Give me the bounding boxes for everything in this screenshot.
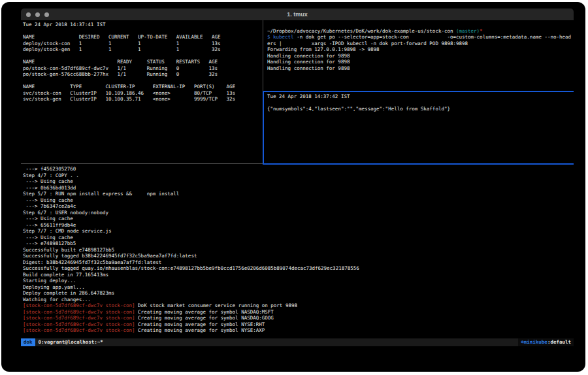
terminal-line: svc/stock-gen ClusterIP 10.100.35.71 <no… [23,96,263,103]
terminal-line: Step 6/7 : USER nobody:nobody [23,210,574,216]
terminal-line: ---> f45623052760 [23,166,574,172]
terminal-line: ---> 0b636bd013dd [23,185,574,191]
terminal-line: Step 5/7 : RUN npm install express && np… [23,191,574,197]
terminal-line: NAME READY STATUS RESTARTS AGE [23,59,263,65]
screenshot-frame: 1. tmux Tue 24 Apr 2018 14:37:41 IST NAM… [0,0,588,375]
kube-context-name: minikube [524,338,547,346]
kube-context-namespace: :default [547,338,571,346]
terminal-window: 1. tmux Tue 24 Apr 2018 14:37:41 IST NAM… [21,8,574,346]
terminal-line: po/stock-gen-576cc688bb-277hx 1/1 Runnin… [23,71,263,78]
terminal-line: ---> Using cache [23,197,574,204]
active-pane-divider-left[interactable] [263,91,264,164]
terminal-line: deploy/stock-con 1 1 1 1 13s [23,41,263,47]
terminal-line: Step 4/7 : COPY . . [23,172,574,179]
pane-curl-output[interactable]: Tue 24 Apr 2018 14:37:42 IST {"numsymbol… [265,92,576,163]
session-name-badge: dok [21,338,35,346]
terminal-line: [stock-con-5d7df689cf-dwc7v stock-con] C… [23,315,574,321]
window-titlebar: 1. tmux [21,8,574,20]
pane-divider-horizontal[interactable] [21,163,263,164]
terminal-line [23,28,263,35]
terminal-line: po/stock-con-5d7df689cf-dwc7v 1/1 Runnin… [23,65,263,72]
terminal-line: Successfully tagged quay.io/mhausenblas/… [23,265,574,272]
terminal-line: Deploying app.yaml... [23,284,574,291]
terminal-line: ---> Using cache [23,235,574,241]
terminal-line: Starting deploy... [23,278,574,284]
pane-port-forward[interactable]: ~/Dropbox/advocacy/Kubernetes/DoK/work/d… [265,20,576,91]
terminal-line [267,100,576,106]
terminal-line: svc/stock-con ClusterIP 10.109.186.46 <n… [23,90,263,97]
terminal-line: Step 7/7 : CMD node service.js [23,228,574,235]
terminal-line: [stock-con-5d7df689cf-dwc7v stock-con] C… [23,327,574,334]
terminal-line: Successfully built e74898127bb5 [23,247,574,253]
minimize-button-icon[interactable] [35,12,40,17]
terminal-line: NAME TYPE CLUSTER-IP EXTERNAL-IP PORT(S)… [23,84,263,90]
terminal-line: ---> 7b6347ce2a4c [23,203,574,210]
terminal-line [23,53,263,59]
terminal-line: Successfully tagged b38b42246945fd7f32c5… [23,253,574,259]
terminal-line: $ kubectl -n dok get po --selector=app=s… [267,34,576,41]
pane-divider-vertical[interactable] [263,20,263,91]
window-title: 1. tmux [21,11,574,18]
kube-context-badge: ☸ minikube :default [518,338,574,346]
terminal-line: deploy/stock-gen 1 1 1 1 32s [23,46,263,53]
tmux-session: Tue 24 Apr 2018 14:37:41 IST NAME DESIRE… [21,20,574,346]
terminal-line: Watching for changes... [23,297,574,303]
terminal-line: Handling connection for 9898 [267,53,576,59]
zoom-button-icon[interactable] [44,12,49,17]
terminal-line: {"numsymbols":4,"lastseen":"","message":… [267,106,576,112]
terminal-line: Handling connection for 9898 [267,65,576,72]
terminal-line: ~/Dropbox/advocacy/Kubernetes/DoK/work/d… [267,28,576,35]
terminal-line: [stock-con-5d7df689cf-dwc7v stock-con] C… [23,309,574,316]
terminal-line [267,22,576,28]
terminal-line: ---> 65611ff9db4e [23,222,574,229]
terminal-line: Tue 24 Apr 2018 14:37:41 IST [23,22,263,28]
traffic-light-buttons [26,8,49,20]
terminal-line: Deploy complete in 286.647823ms [23,290,574,297]
terminal-line: Digest: b38b42246945fd7f32c5ba9aea7af7fd… [23,259,574,266]
terminal-line [23,78,263,84]
terminal-line: Tue 24 Apr 2018 14:37:42 IST [267,93,576,100]
terminal-line: Forwarding from 127.0.0.1:9898 -> 9898 [267,46,576,53]
pane-kubectl-watch[interactable]: Tue 24 Apr 2018 14:37:41 IST NAME DESIRE… [21,20,263,163]
terminal-line: NAME DESIRED CURRENT UP-TO-DATE AVAILABL… [23,34,263,41]
terminal-line: Handling connection for 9898 [267,59,576,65]
terminal-line: [stock-con-5d7df689cf-dwc7v stock-con] C… [23,321,574,328]
desktop-background: 1. tmux Tue 24 Apr 2018 14:37:41 IST NAM… [1,2,585,372]
terminal-line: ---> Using cache [23,178,574,185]
terminal-line: [stock-con-5d7df689cf-dwc7v stock-con] D… [23,302,574,309]
terminal-line: ers | xargs -IPOD kubectl -n dok port-fo… [267,41,576,47]
tmux-status-bar: dok 0:vagrant@localhost:~* ☸ minikube :d… [21,338,574,346]
terminal-line: ---> e74898127bb5 [23,240,574,247]
close-button-icon[interactable] [26,12,31,17]
pane-skaffold-log[interactable]: ---> f45623052760Step 4/7 : COPY . . ---… [21,165,574,338]
terminal-line: ---> Using cache [23,216,574,222]
status-window-label[interactable]: 0:vagrant@localhost:~* [39,338,103,346]
terminal-line: Build complete in 77.165413ms [23,272,574,278]
